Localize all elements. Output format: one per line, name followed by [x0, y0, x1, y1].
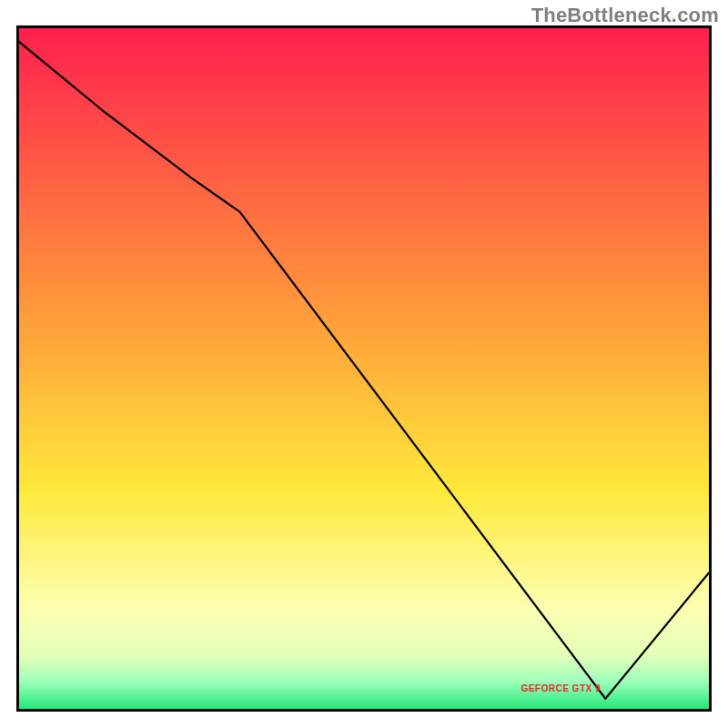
- gpu-annotation: GEFORCE GTX 9: [521, 683, 601, 693]
- chart-container: TheBottleneck.com GEFORCE GTX 9: [0, 0, 728, 728]
- watermark-text: TheBottleneck.com: [531, 4, 719, 27]
- plot-frame: GEFORCE GTX 9: [16, 25, 712, 712]
- series-curve: [19, 28, 709, 709]
- bottleneck-curve-path: [19, 42, 709, 699]
